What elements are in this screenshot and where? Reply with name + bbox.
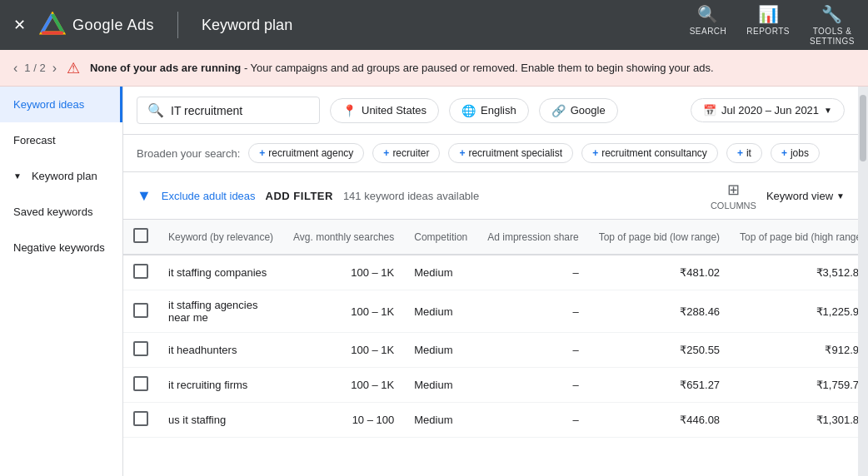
scroll-thumb[interactable] (860, 95, 866, 161)
columns-label: COLUMNS (711, 201, 756, 211)
plus-icon: + (459, 147, 465, 159)
row-checkbox-1[interactable] (123, 290, 158, 333)
search-input[interactable]: IT recruitment (171, 104, 242, 117)
keyword-view-button[interactable]: Keyword view ▼ (766, 190, 845, 202)
keyword-cell-0: it staffing companies (158, 255, 283, 290)
competition-cell-4: Medium (404, 403, 477, 438)
plus-icon: + (781, 147, 787, 159)
page-title: Keyword plan (202, 17, 292, 34)
table-toolbar: ▼ Exclude adult ideas ADD FILTER 141 key… (123, 172, 858, 220)
reports-icon: 📊 (758, 4, 779, 24)
select-all-header[interactable] (123, 220, 158, 255)
tools-icon: 🔧 (821, 4, 842, 24)
sidebar-item-forecast[interactable]: Forecast (0, 122, 122, 158)
row-checkbox-icon-2[interactable] (133, 341, 148, 356)
google-ads-logo-icon (39, 12, 66, 38)
search-icon: 🔍 (697, 4, 718, 24)
table-row: it recruiting firms 100 – 1K Medium – ₹6… (123, 368, 858, 403)
alert-icon: ⚠ (67, 59, 80, 77)
network-icon: 🔗 (551, 104, 566, 117)
top-low-cell-3: ₹651.27 (589, 368, 730, 403)
top-navigation: ✕ Google Ads Keyword plan 🔍 SEARCH 📊 REP… (0, 0, 868, 50)
keyword-header: Keyword (by relevance) (158, 220, 283, 255)
language-filter[interactable]: 🌐 English (449, 98, 529, 123)
ad-impression-header: Ad impression share (477, 220, 588, 255)
prev-page-button[interactable]: ‹ (13, 61, 17, 76)
top-high-cell-0: ₹3,512.86 (730, 255, 858, 290)
date-range-filter[interactable]: 📅 Jul 2020 – Jun 2021 ▼ (691, 98, 845, 122)
chevron-down-icon: ▼ (13, 171, 22, 181)
chevron-down-icon: ▼ (824, 106, 832, 115)
avg-searches-cell-1: 100 – 1K (283, 290, 404, 333)
top-high-cell-1: ₹1,225.97 (730, 290, 858, 333)
reports-nav-button[interactable]: 📊 REPORTS (746, 4, 790, 47)
ad-impression-cell-0: – (477, 255, 588, 290)
row-checkbox-2[interactable] (123, 333, 158, 368)
broaden-chip-4[interactable]: + it (726, 143, 762, 163)
plus-icon: + (592, 147, 598, 159)
competition-cell-0: Medium (404, 255, 477, 290)
language-label: English (481, 104, 516, 117)
toolbar-right: ⊞ COLUMNS Keyword view ▼ (711, 181, 845, 211)
row-checkbox-0[interactable] (123, 255, 158, 290)
network-filter[interactable]: 🔗 Google (539, 98, 618, 123)
avg-searches-header: Avg. monthly searches (283, 220, 404, 255)
next-page-button[interactable]: › (52, 61, 57, 76)
scrollbar[interactable] (858, 87, 868, 476)
exclude-adult-ideas-button[interactable]: Exclude adult ideas (162, 190, 256, 202)
alert-bar: ‹ 1 / 2 › ⚠ None of your ads are running… (0, 50, 868, 87)
sidebar-item-keyword-ideas-label: Keyword ideas (13, 98, 84, 111)
keywords-count: 141 keyword ideas available (343, 190, 479, 202)
nav-divider (177, 12, 178, 38)
row-checkbox-icon-1[interactable] (133, 303, 148, 318)
columns-button[interactable]: ⊞ COLUMNS (711, 181, 756, 211)
broaden-chip-3[interactable]: + recruitment consultancy (581, 143, 718, 163)
search-nav-label: SEARCH (690, 27, 727, 36)
top-high-cell-4: ₹1,301.80 (730, 403, 858, 438)
keywords-table: Keyword (by relevance) Avg. monthly sear… (123, 220, 858, 438)
competition-cell-2: Medium (404, 333, 477, 368)
add-filter-button[interactable]: ADD FILTER (266, 190, 333, 202)
top-low-cell-4: ₹446.08 (589, 403, 730, 438)
broaden-chip-0[interactable]: + recruitment agency (248, 143, 364, 163)
broaden-chip-1[interactable]: + recruiter (372, 143, 440, 163)
row-checkbox-icon-4[interactable] (133, 411, 148, 426)
search-nav-button[interactable]: 🔍 SEARCH (690, 4, 727, 47)
content-area: 🔍 IT recruitment 📍 United States 🌐 Engli… (123, 87, 858, 476)
top-page-high-header: Top of page bid (high range) (730, 220, 858, 255)
sidebar-item-keyword-ideas[interactable]: Keyword ideas (0, 87, 122, 122)
sidebar-item-saved-keywords[interactable]: Saved keywords (0, 194, 122, 230)
row-checkbox-icon-0[interactable] (133, 264, 148, 279)
close-button[interactable]: ✕ (13, 16, 26, 34)
broaden-chip-2[interactable]: + recruitment specialist (448, 143, 573, 163)
tools-nav-label: TOOLS &SETTINGS (810, 27, 855, 47)
location-icon: 📍 (342, 104, 357, 117)
ad-impression-cell-2: – (477, 333, 588, 368)
row-checkbox-4[interactable] (123, 403, 158, 438)
sidebar-item-negative-keywords-label: Negative keywords (13, 241, 105, 254)
ad-impression-cell-3: – (477, 368, 588, 403)
sidebar-item-keyword-plan-label: Keyword plan (32, 170, 97, 182)
plus-icon: + (259, 147, 265, 159)
plus-icon: + (383, 147, 389, 159)
sidebar-item-negative-keywords[interactable]: Negative keywords (0, 230, 122, 265)
broaden-chip-label-1: recruiter (392, 147, 429, 159)
calendar-icon: 📅 (703, 104, 716, 117)
location-filter[interactable]: 📍 United States (330, 98, 439, 123)
broaden-chip-label-3: recruitment consultancy (601, 147, 707, 159)
sidebar: Keyword ideas Forecast ▼ Keyword plan Sa… (0, 87, 123, 476)
columns-icon: ⊞ (727, 181, 740, 199)
top-low-cell-2: ₹250.55 (589, 333, 730, 368)
row-checkbox-3[interactable] (123, 368, 158, 403)
sidebar-item-keyword-plan[interactable]: ▼ Keyword plan (0, 158, 122, 194)
broaden-chip-5[interactable]: + jobs (771, 143, 820, 163)
table-row: it headhunters 100 – 1K Medium – ₹250.55… (123, 333, 858, 368)
row-checkbox-icon-3[interactable] (133, 376, 148, 391)
table-row: it staffing companies 100 – 1K Medium – … (123, 255, 858, 290)
broaden-chip-label-5: jobs (791, 147, 809, 159)
tools-nav-button[interactable]: 🔧 TOOLS &SETTINGS (810, 4, 855, 47)
search-box[interactable]: 🔍 IT recruitment (137, 97, 320, 124)
competition-header: Competition (404, 220, 477, 255)
select-all-checkbox[interactable] (133, 228, 148, 243)
reports-nav-label: REPORTS (746, 27, 790, 36)
